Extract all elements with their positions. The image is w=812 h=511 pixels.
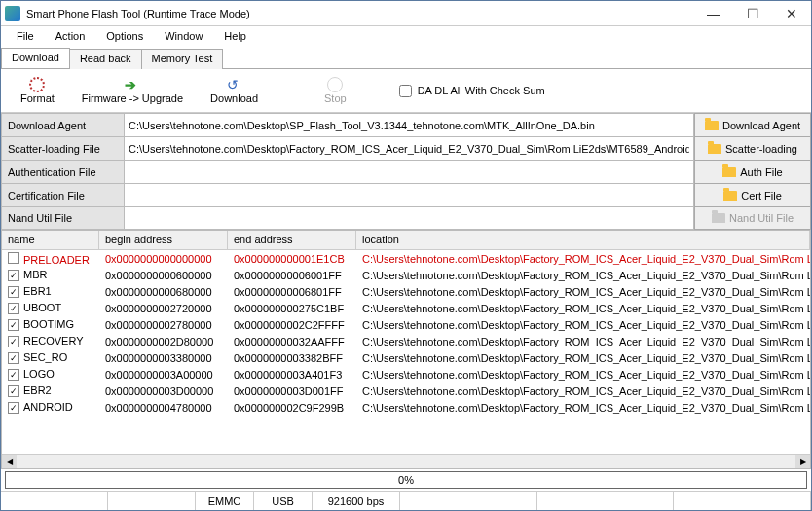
- window-title: Smart Phone Flash Tool (Runtime Trace Mo…: [26, 8, 694, 19]
- row-checkbox[interactable]: ✓: [8, 369, 19, 381]
- table-row[interactable]: PRELOADER0x00000000000000000x00000000000…: [2, 250, 810, 267]
- table-row[interactable]: ✓SEC_RO0x00000000033800000x0000000003382…: [2, 349, 810, 366]
- row-checkbox[interactable]: ✓: [8, 286, 19, 298]
- download-agent-input[interactable]: [125, 113, 694, 136]
- format-button[interactable]: Format: [7, 75, 68, 106]
- browse-scatter-button[interactable]: Scatter-loading: [694, 136, 811, 160]
- toolbar: Format ➔Firmware -> Upgrade ↺Download St…: [1, 69, 811, 112]
- label-scatter: Scatter-loading File: [1, 136, 125, 160]
- row-checkbox[interactable]: ✓: [8, 336, 19, 347]
- row-checkbox[interactable]: ✓: [8, 402, 19, 414]
- status-usb: USB: [254, 492, 313, 510]
- titlebar: Smart Phone Flash Tool (Runtime Trace Mo…: [1, 1, 811, 26]
- status-emmc: EMMC: [196, 492, 254, 510]
- label-nand: Nand Util File: [1, 206, 125, 230]
- scroll-left-icon[interactable]: ◀: [2, 455, 17, 469]
- menu-window[interactable]: Window: [155, 28, 212, 44]
- row-checkbox[interactable]: ✓: [8, 270, 19, 281]
- auth-input[interactable]: [125, 160, 694, 183]
- col-end[interactable]: end address: [228, 231, 356, 249]
- table-row[interactable]: ✓UBOOT0x00000000027200000x000000000275C1…: [2, 300, 810, 316]
- close-button[interactable]: ✕: [772, 1, 811, 26]
- partition-table: name begin address end address location …: [1, 230, 811, 469]
- gear-icon: [29, 77, 45, 92]
- row-checkbox[interactable]: ✓: [8, 352, 19, 364]
- folder-icon: [723, 191, 737, 201]
- folder-icon: [722, 167, 736, 177]
- folder-icon: [712, 213, 725, 223]
- row-checkbox[interactable]: ✓: [8, 303, 19, 314]
- progress-bar: 0%: [5, 471, 807, 489]
- app-icon: [5, 6, 20, 21]
- status-bps: 921600 bps: [313, 492, 400, 510]
- tab-strip: Download Read back Memory Test: [1, 48, 811, 69]
- status-bar: EMMC USB 921600 bps: [1, 491, 811, 510]
- browse-download-agent-button[interactable]: Download Agent: [694, 113, 811, 136]
- col-location[interactable]: location: [356, 231, 810, 249]
- file-paths-panel: Download Agent Scatter-loading File Auth…: [1, 112, 811, 230]
- scatter-input[interactable]: [125, 136, 694, 160]
- table-row[interactable]: ✓LOGO0x0000000003A000000x0000000003A401F…: [2, 366, 810, 383]
- folder-icon: [705, 121, 719, 130]
- folder-icon: [708, 144, 721, 154]
- row-checkbox[interactable]: ✓: [8, 319, 19, 331]
- col-begin[interactable]: begin address: [99, 231, 228, 249]
- table-row[interactable]: ✓ANDROID0x00000000047800000x000000002C9F…: [2, 399, 810, 416]
- label-auth: Authentication File: [1, 160, 125, 183]
- menu-file[interactable]: File: [7, 28, 44, 44]
- checksum-option[interactable]: DA DL All With Check Sum: [399, 85, 545, 97]
- table-row[interactable]: ✓EBR20x0000000003D000000x0000000003D001F…: [2, 383, 810, 399]
- table-row[interactable]: ✓RECOVERY0x0000000002D800000x00000000032…: [2, 333, 810, 349]
- label-download-agent: Download Agent: [1, 113, 125, 136]
- tab-memtest[interactable]: Memory Test: [141, 49, 224, 69]
- label-cert: Certification File: [1, 183, 125, 206]
- browse-cert-button[interactable]: Cert File: [694, 183, 811, 206]
- cert-input[interactable]: [125, 183, 694, 206]
- download-icon: ↺: [227, 77, 242, 92]
- browse-nand-button: Nand Util File: [694, 206, 811, 230]
- menu-options[interactable]: Options: [96, 28, 153, 44]
- stop-button: Stop: [311, 75, 360, 106]
- menu-action[interactable]: Action: [46, 28, 95, 44]
- menubar: File Action Options Window Help: [1, 26, 811, 46]
- arrow-right-icon: ➔: [125, 77, 140, 92]
- browse-auth-button[interactable]: Auth File: [694, 160, 811, 183]
- menu-help[interactable]: Help: [214, 28, 256, 44]
- scroll-right-icon[interactable]: ▶: [795, 455, 810, 469]
- table-row[interactable]: ✓EBR10x00000000006800000x00000000006801F…: [2, 283, 810, 300]
- table-row[interactable]: ✓BOOTIMG0x00000000027800000x0000000002C2…: [2, 316, 810, 333]
- col-name[interactable]: name: [2, 231, 99, 249]
- firmware-upgrade-button[interactable]: ➔Firmware -> Upgrade: [68, 75, 197, 106]
- tab-readback[interactable]: Read back: [69, 49, 142, 69]
- row-checkbox[interactable]: [8, 252, 19, 264]
- minimize-button[interactable]: —: [694, 1, 733, 26]
- maximize-button[interactable]: ☐: [733, 1, 772, 26]
- horizontal-scrollbar[interactable]: ◀ ▶: [2, 454, 810, 468]
- tab-download[interactable]: Download: [1, 48, 70, 68]
- download-button[interactable]: ↺Download: [197, 75, 272, 106]
- nand-input[interactable]: [125, 206, 694, 230]
- row-checkbox[interactable]: ✓: [8, 385, 19, 397]
- stop-icon: [327, 77, 343, 92]
- checksum-checkbox[interactable]: [399, 85, 412, 97]
- table-row[interactable]: ✓MBR0x00000000006000000x00000000006001FF…: [2, 267, 810, 283]
- progress-text: 0%: [398, 474, 414, 486]
